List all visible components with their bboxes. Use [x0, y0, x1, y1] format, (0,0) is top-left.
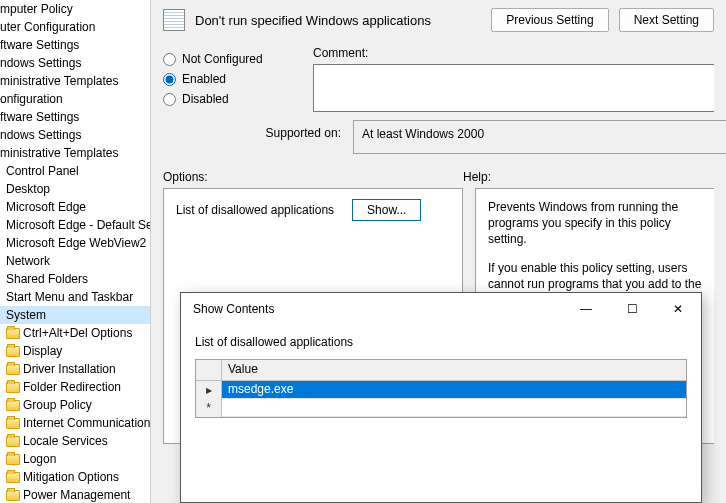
folder-icon	[6, 382, 20, 393]
folder-icon	[6, 328, 20, 339]
radio-not-configured-input[interactable]	[163, 53, 176, 66]
tree-item[interactable]: uter Configuration	[0, 18, 150, 36]
grid-col-value: Value	[222, 360, 686, 380]
tree-item-system[interactable]: System	[0, 306, 150, 324]
show-contents-dialog: Show Contents — ☐ ✕ List of disallowed a…	[180, 292, 702, 503]
dialog-title: Show Contents	[193, 302, 274, 316]
tree-folder-item[interactable]: Ctrl+Alt+Del Options	[0, 324, 150, 342]
supported-on-value: At least Windows 2000	[353, 120, 726, 154]
folder-icon	[6, 346, 20, 357]
folder-icon	[6, 418, 20, 429]
grid-row[interactable]: msedge.exe	[196, 381, 686, 399]
help-label: Help:	[463, 170, 491, 184]
tree-item[interactable]: Microsoft Edge - Default Se	[0, 216, 150, 234]
grid-cell-value[interactable]: msedge.exe	[222, 381, 686, 399]
dialog-subtitle: List of disallowed applications	[195, 335, 687, 349]
policy-icon	[163, 9, 185, 31]
comment-textbox[interactable]	[313, 64, 714, 112]
grid-header: Value	[196, 360, 686, 381]
radio-enabled-label: Enabled	[182, 72, 226, 86]
tree-item[interactable]: onfiguration	[0, 90, 150, 108]
tree-folder-item[interactable]: Folder Redirection	[0, 378, 150, 396]
state-radio-group: Not Configured Enabled Disabled	[163, 46, 283, 112]
radio-disabled[interactable]: Disabled	[163, 92, 283, 106]
show-button[interactable]: Show...	[352, 199, 421, 221]
tree-item[interactable]: Desktop	[0, 180, 150, 198]
tree-folder-item[interactable]: Power Management	[0, 486, 150, 503]
tree-item[interactable]: Network	[0, 252, 150, 270]
options-line-label: List of disallowed applications	[176, 203, 334, 217]
radio-enabled-input[interactable]	[163, 73, 176, 86]
radio-not-configured[interactable]: Not Configured	[163, 52, 283, 66]
options-label: Options:	[163, 170, 463, 184]
radio-disabled-input[interactable]	[163, 93, 176, 106]
minimize-button[interactable]: —	[563, 294, 609, 324]
comment-area: Comment:	[313, 46, 714, 112]
comment-label: Comment:	[313, 46, 714, 60]
tree-folder-item[interactable]: Group Policy	[0, 396, 150, 414]
supported-on-label: Supported on:	[163, 120, 353, 140]
tree-item[interactable]: ftware Settings	[0, 108, 150, 126]
previous-setting-button[interactable]: Previous Setting	[491, 8, 608, 32]
folder-icon	[6, 490, 20, 501]
tree-folder-item[interactable]: Logon	[0, 450, 150, 468]
tree-item[interactable]: ndows Settings	[0, 54, 150, 72]
options-help-headers: Options: Help:	[151, 162, 726, 188]
radio-enabled[interactable]: Enabled	[163, 72, 283, 86]
folder-icon	[6, 454, 20, 465]
radio-not-configured-label: Not Configured	[182, 52, 263, 66]
folder-icon	[6, 400, 20, 411]
tree-item[interactable]: ministrative Templates	[0, 144, 150, 162]
tree-item[interactable]: Start Menu and Taskbar	[0, 288, 150, 306]
policy-title: Don't run specified Windows applications	[195, 13, 481, 28]
folder-icon	[6, 364, 20, 375]
folder-icon	[6, 436, 20, 447]
tree-folder-item[interactable]: Internet Communication	[0, 414, 150, 432]
tree-folder-item[interactable]: Locale Services	[0, 432, 150, 450]
tree-item[interactable]: Microsoft Edge WebView2	[0, 234, 150, 252]
tree-item[interactable]: mputer Policy	[0, 0, 150, 18]
value-grid[interactable]: Value msedge.exe	[195, 359, 687, 418]
header: Don't run specified Windows applications…	[151, 0, 726, 46]
maximize-button[interactable]: ☐	[609, 294, 655, 324]
tree-folder-item[interactable]: Display	[0, 342, 150, 360]
tree-item[interactable]: Control Panel	[0, 162, 150, 180]
tree-folder-item[interactable]: Driver Installation	[0, 360, 150, 378]
tree-folder-item[interactable]: Mitigation Options	[0, 468, 150, 486]
tree-item[interactable]: ministrative Templates	[0, 72, 150, 90]
tree-item[interactable]: Shared Folders	[0, 270, 150, 288]
dialog-titlebar[interactable]: Show Contents — ☐ ✕	[181, 293, 701, 325]
help-p1: Prevents Windows from running the progra…	[488, 199, 702, 248]
folder-icon	[6, 472, 20, 483]
grid-new-row[interactable]	[196, 399, 686, 417]
tree-item[interactable]: ftware Settings	[0, 36, 150, 54]
next-setting-button[interactable]: Next Setting	[619, 8, 714, 32]
tree-item[interactable]: ndows Settings	[0, 126, 150, 144]
nav-tree[interactable]: mputer Policyuter Configurationftware Se…	[0, 0, 150, 503]
close-button[interactable]: ✕	[655, 294, 701, 324]
supported-row: Supported on: At least Windows 2000	[151, 112, 726, 162]
tree-item[interactable]: Microsoft Edge	[0, 198, 150, 216]
radio-disabled-label: Disabled	[182, 92, 229, 106]
